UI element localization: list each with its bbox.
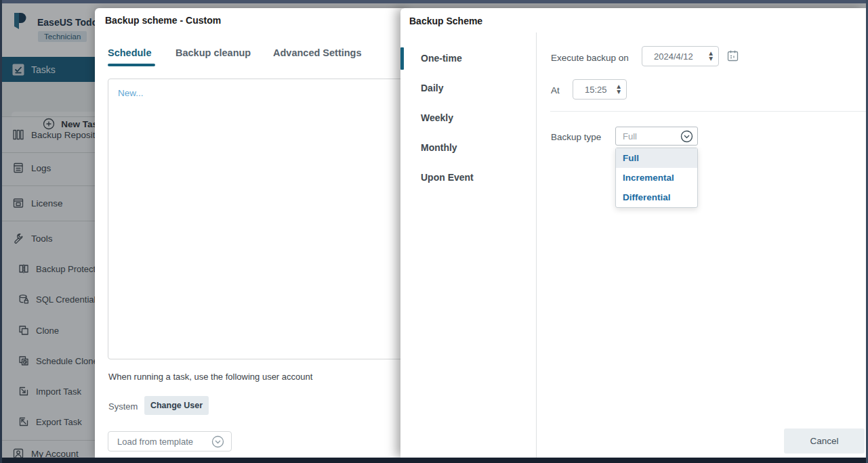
section-divider <box>550 111 866 112</box>
backup-type-dropdown: Full Incremental Differential <box>615 148 698 208</box>
spin-down-icon[interactable]: ▼ <box>709 56 713 62</box>
date-spinner[interactable]: ▲ ▼ <box>709 51 713 62</box>
window-border-left <box>0 0 2 463</box>
backup-scheme-custom-dialog: Backup scheme - Custom Schedule Backup c… <box>95 8 407 458</box>
dialog-title: Backup Scheme <box>409 16 482 26</box>
active-tab-underline <box>108 64 155 66</box>
time-value: 15:25 <box>573 85 617 95</box>
tab-schedule[interactable]: Schedule <box>108 47 151 58</box>
user-account-note: When running a task, use the following u… <box>108 372 312 382</box>
account-value: System <box>108 401 138 412</box>
nav-item-monthly[interactable]: Monthly <box>421 142 457 153</box>
schedule-list-panel: New... <box>108 79 406 359</box>
time-input[interactable]: 15:25 ▲ ▼ <box>573 79 627 100</box>
date-input[interactable]: 2024/4/12 ▲ ▼ <box>642 46 719 66</box>
spin-down-icon[interactable]: ▼ <box>617 89 621 95</box>
dropdown-option-incremental[interactable]: Incremental <box>616 168 697 188</box>
window-border-top <box>0 0 868 3</box>
backup-type-value: Full <box>616 131 680 141</box>
change-user-button[interactable]: Change User <box>144 396 209 415</box>
date-value: 2024/4/12 <box>642 51 709 62</box>
execute-backup-label: Execute backup on <box>551 53 629 63</box>
nav-item-one-time[interactable]: One-time <box>421 53 462 64</box>
chevron-down-circle-icon <box>680 130 693 143</box>
select-value: Load from template <box>108 437 211 447</box>
dropdown-option-differential[interactable]: Differential <box>616 188 697 207</box>
backup-type-select[interactable]: Full <box>615 127 698 146</box>
dropdown-option-full[interactable]: Full <box>616 148 697 168</box>
nav-item-weekly[interactable]: Weekly <box>421 112 453 123</box>
time-spinner[interactable]: ▲ ▼ <box>617 84 621 95</box>
chevron-down-circle-icon <box>211 435 224 448</box>
nav-item-upon-event[interactable]: Upon Event <box>421 172 474 183</box>
backup-scheme-dialog: Backup Scheme One-time Daily Weekly Mont… <box>400 8 866 458</box>
calendar-icon[interactable] <box>726 49 739 62</box>
new-schedule-item[interactable]: New... <box>118 88 144 98</box>
nav-divider <box>536 32 537 458</box>
window-border-bottom <box>0 458 868 463</box>
cancel-button[interactable]: Cancel <box>784 428 865 454</box>
nav-item-daily[interactable]: Daily <box>421 83 443 93</box>
tab-backup-cleanup[interactable]: Backup cleanup <box>175 47 251 58</box>
load-from-template-select[interactable]: Load from template <box>108 431 232 451</box>
screen: EaseUS Todo Technician Tasks New Task <box>0 0 868 463</box>
at-label: At <box>551 85 560 95</box>
selected-nav-indicator <box>400 47 404 70</box>
tab-advanced-settings[interactable]: Advanced Settings <box>273 47 362 58</box>
backup-type-label: Backup type <box>551 132 601 142</box>
dialog-title: Backup scheme - Custom <box>105 15 221 26</box>
